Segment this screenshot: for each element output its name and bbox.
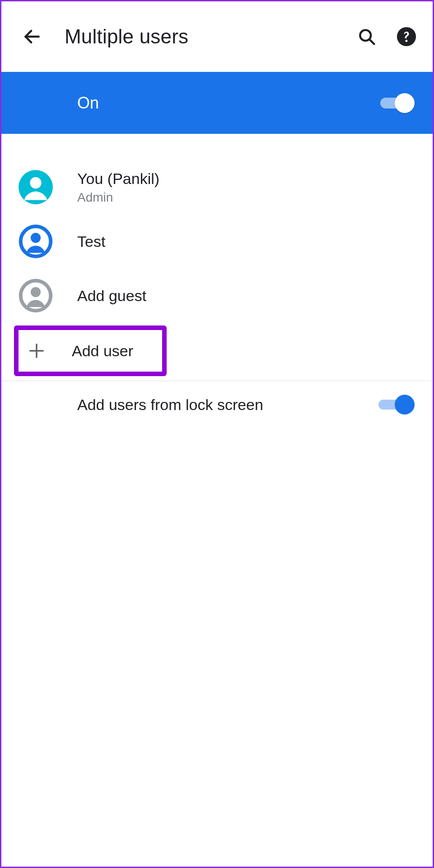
master-toggle-banner[interactable]: On	[1, 72, 433, 134]
lockscreen-row[interactable]: Add users from lock screen	[1, 381, 433, 428]
icon-slot	[23, 342, 72, 360]
help-button[interactable]	[395, 25, 418, 48]
lockscreen-switch[interactable]	[378, 395, 415, 415]
add-user-label: Add user	[72, 342, 158, 360]
plus-icon	[28, 342, 46, 360]
avatar-guest	[19, 278, 53, 313]
lockscreen-label: Add users from lock screen	[77, 396, 378, 414]
user-name: You (Pankil)	[77, 170, 415, 188]
svg-point-4	[406, 40, 408, 42]
arrow-back-icon	[22, 27, 42, 47]
user-text: You (Pankil) Admin	[77, 170, 415, 205]
avatar-slot	[19, 278, 77, 313]
person-grey-icon	[19, 278, 53, 313]
user-role: Admin	[77, 190, 415, 205]
master-toggle-switch[interactable]	[380, 93, 415, 113]
avatar-slot	[19, 170, 77, 204]
add-guest-label: Add guest	[77, 287, 415, 305]
top-actions	[355, 25, 418, 48]
svg-point-8	[31, 233, 41, 243]
help-icon	[396, 26, 417, 47]
svg-point-10	[31, 287, 41, 297]
person-icon	[19, 170, 53, 204]
guest-text: Add guest	[77, 287, 415, 305]
back-button[interactable]	[19, 23, 46, 50]
avatar-test	[19, 224, 53, 259]
user-row-current[interactable]: You (Pankil) Admin	[1, 160, 433, 214]
switch-thumb	[395, 395, 415, 415]
search-button[interactable]	[355, 25, 378, 48]
add-guest-row[interactable]: Add guest	[1, 269, 433, 323]
content-area: You (Pankil) Admin Test	[1, 134, 433, 428]
page-title: Multiple users	[65, 25, 355, 48]
add-user-row[interactable]: Add user	[19, 330, 162, 372]
user-row-test[interactable]: Test	[1, 214, 433, 269]
add-user-text: Add user	[72, 342, 158, 360]
avatar-current	[19, 170, 53, 204]
svg-point-6	[30, 177, 41, 189]
user-name: Test	[77, 233, 415, 250]
person-outline-icon	[19, 224, 53, 259]
user-text: Test	[77, 233, 415, 250]
svg-line-2	[369, 39, 374, 44]
add-user-highlight: Add user	[14, 326, 167, 376]
switch-thumb	[395, 93, 415, 113]
app-bar: Multiple users	[1, 1, 433, 72]
search-icon	[357, 27, 377, 47]
avatar-slot	[19, 224, 77, 259]
master-toggle-label: On	[77, 94, 380, 113]
